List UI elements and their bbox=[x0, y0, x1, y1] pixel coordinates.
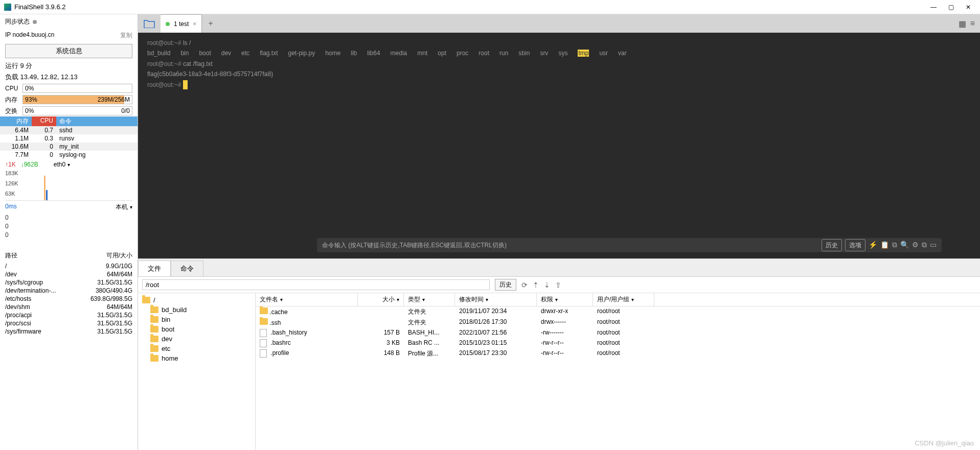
file-icon bbox=[260, 339, 267, 347]
grid-view-icon[interactable]: ▦ bbox=[959, 19, 966, 29]
search-icon[interactable]: 🔍 bbox=[900, 239, 909, 251]
close-button[interactable]: ✕ bbox=[965, 4, 972, 11]
upload-icon[interactable]: ⇡ bbox=[533, 281, 539, 289]
file-manager: 文件 命令 历史 ⟳ ⇡ ⇣ ⇪ / bd_buildbinbootdevetc… bbox=[138, 258, 980, 450]
copy-button[interactable]: 复制 bbox=[120, 31, 132, 40]
path-row[interactable]: /proc/scsi31.5G/31.5G bbox=[0, 319, 138, 327]
file-row[interactable]: .ssh文件夹2018/01/26 17:30drwx------root/ro… bbox=[256, 317, 980, 328]
bolt-icon[interactable]: ⚡ bbox=[869, 239, 877, 251]
maximize-button[interactable]: ▢ bbox=[947, 4, 954, 11]
path-row[interactable]: /dev/termination-...380G/490.4G bbox=[0, 287, 138, 295]
folder-icon bbox=[150, 345, 158, 352]
watermark: CSDN @julien_qiao bbox=[915, 439, 974, 447]
folder-icon bbox=[150, 326, 158, 333]
process-row[interactable]: 10.6M0my_init bbox=[0, 143, 138, 151]
download-icon[interactable]: ⇣ bbox=[544, 281, 550, 289]
network-row: ↑1K ↓962B eth0 bbox=[0, 159, 138, 170]
col-type[interactable]: 类型 bbox=[404, 293, 455, 306]
file-icon bbox=[260, 349, 267, 358]
tree-item[interactable]: boot bbox=[140, 324, 253, 334]
tab-bar: 1 test × + ▦ ≡ bbox=[138, 14, 980, 33]
tree-item[interactable]: bd_build bbox=[140, 305, 253, 315]
status-dot-icon bbox=[33, 20, 37, 24]
folder-icon bbox=[150, 355, 158, 362]
tree-root[interactable]: / bbox=[140, 295, 253, 305]
tree-item[interactable]: bin bbox=[140, 315, 253, 324]
col-size[interactable]: 大小 bbox=[358, 293, 404, 306]
upload-all-icon[interactable]: ⇪ bbox=[555, 281, 561, 289]
path-row[interactable]: /etc/hosts639.8G/998.5G bbox=[0, 295, 138, 303]
file-row[interactable]: .profile148 BProfile 源...2015/08/17 23:3… bbox=[256, 348, 980, 359]
folder-icon bbox=[142, 297, 150, 303]
sync-status: 同步状态 bbox=[0, 14, 138, 29]
folder-icon bbox=[150, 336, 158, 342]
path-row[interactable]: /proc/acpi31.5G/31.5G bbox=[0, 311, 138, 319]
file-row[interactable]: .bashrc3 KBBash RC ...2015/10/23 01:15-r… bbox=[256, 338, 980, 348]
options-button[interactable]: 选项 bbox=[845, 239, 865, 251]
tab-commands[interactable]: 命令 bbox=[171, 260, 203, 276]
refresh-icon[interactable]: ⟳ bbox=[521, 281, 528, 289]
host-select[interactable]: 本机 bbox=[116, 203, 132, 211]
menu-icon[interactable]: ≡ bbox=[970, 19, 975, 28]
clipboard-icon[interactable]: 📋 bbox=[880, 239, 889, 251]
title-bar: FinalShell 3.9.6.2 — ▢ ✕ bbox=[0, 0, 980, 14]
network-graph: 183K 126K 63K bbox=[5, 170, 132, 201]
folder-icon bbox=[260, 318, 268, 325]
folder-icon bbox=[150, 306, 158, 313]
terminal[interactable]: root@out:~# ls / bd_buildbinbootdevetcfl… bbox=[138, 33, 980, 258]
path-row[interactable]: /dev/shm64M/64M bbox=[0, 303, 138, 311]
command-input[interactable]: 命令输入 (按ALT键提示历史,TAB键路径,ESC键返回,双击CTRL切换) bbox=[322, 240, 822, 250]
swap-row: 交换 0%0/0 bbox=[0, 105, 138, 116]
cursor-icon bbox=[183, 80, 188, 89]
memory-row: 内存 93%239M/256M bbox=[0, 94, 138, 105]
path-row[interactable]: /sys/fs/cgroup31.5G/31.5G bbox=[0, 278, 138, 287]
file-row[interactable]: .bash_history157 BBASH_HI...2022/10/07 2… bbox=[256, 328, 980, 338]
uptime-label: 运行 9 分 bbox=[0, 60, 138, 72]
gear-icon[interactable]: ⚙ bbox=[912, 239, 919, 251]
copy-icon[interactable]: ⧉ bbox=[892, 239, 897, 251]
minimize-button[interactable]: — bbox=[930, 4, 937, 11]
file-row[interactable]: .cache文件夹2019/11/07 20:34drwxr-xr-xroot/… bbox=[256, 306, 980, 317]
col-mtime[interactable]: 修改时间 bbox=[455, 293, 537, 306]
new-tab-button[interactable]: + bbox=[202, 14, 219, 33]
popout-icon[interactable]: ⧉ bbox=[922, 239, 927, 251]
latency-values: 0 0 0 bbox=[0, 214, 138, 239]
tab-files[interactable]: 文件 bbox=[138, 260, 171, 276]
flag-output: flag{c5b0a6e3-18a3-4e1d-88f3-d575714f7fa… bbox=[147, 69, 971, 79]
connected-dot-icon bbox=[166, 22, 170, 26]
upload-icon: ↑1K bbox=[5, 161, 16, 168]
history-button[interactable]: 历史 bbox=[822, 239, 842, 251]
close-tab-icon[interactable]: × bbox=[193, 20, 196, 28]
cpu-row: CPU 0% bbox=[0, 83, 138, 94]
tree-item[interactable]: home bbox=[140, 353, 253, 363]
path-row[interactable]: /sys/firmware31.5G/31.5G bbox=[0, 327, 138, 336]
process-row[interactable]: 1.1M0.3runsv bbox=[0, 134, 138, 143]
folder-icon bbox=[150, 316, 158, 323]
process-row[interactable]: 7.7M0syslog-ng bbox=[0, 151, 138, 159]
process-row[interactable]: 6.4M0.7sshd bbox=[0, 126, 138, 134]
col-name[interactable]: 文件名 bbox=[256, 293, 358, 306]
tab-session[interactable]: 1 test × bbox=[161, 14, 202, 33]
folder-tree[interactable]: / bd_buildbinbootdevetchome bbox=[138, 293, 256, 450]
open-folder-icon[interactable] bbox=[138, 14, 161, 33]
col-owner[interactable]: 用户/用户组 bbox=[593, 293, 654, 306]
path-row[interactable]: /9.9G/10G bbox=[0, 262, 138, 270]
command-input-bar: 命令输入 (按ALT键提示历史,TAB键路径,ESC键返回,双击CTRL切换) … bbox=[317, 238, 942, 252]
tree-item[interactable]: dev bbox=[140, 334, 253, 344]
file-icon bbox=[260, 329, 267, 337]
sidebar: 同步状态 IP node4.buuoj.cn 复制 系统信息 运行 9 分 负载… bbox=[0, 14, 138, 450]
load-label: 负载 13.49, 12.82, 12.13 bbox=[0, 72, 138, 83]
download-icon: ↓962B bbox=[21, 161, 38, 168]
path-history-button[interactable]: 历史 bbox=[495, 279, 516, 291]
path-row[interactable]: /dev64M/64M bbox=[0, 270, 138, 278]
fullscreen-icon[interactable]: ▭ bbox=[930, 239, 937, 251]
path-input[interactable] bbox=[142, 279, 490, 290]
system-info-button[interactable]: 系统信息 bbox=[5, 44, 132, 58]
interface-select[interactable]: eth0 bbox=[54, 161, 70, 168]
col-perm[interactable]: 权限 bbox=[537, 293, 593, 306]
ip-label: IP node4.buuoj.cn bbox=[5, 31, 55, 40]
file-table: 文件名 大小 类型 修改时间 权限 用户/用户组 .cache文件夹2019/1… bbox=[256, 293, 980, 450]
tree-item[interactable]: etc bbox=[140, 344, 253, 353]
app-logo-icon bbox=[4, 4, 11, 11]
window-title: FinalShell 3.9.6.2 bbox=[14, 3, 930, 11]
